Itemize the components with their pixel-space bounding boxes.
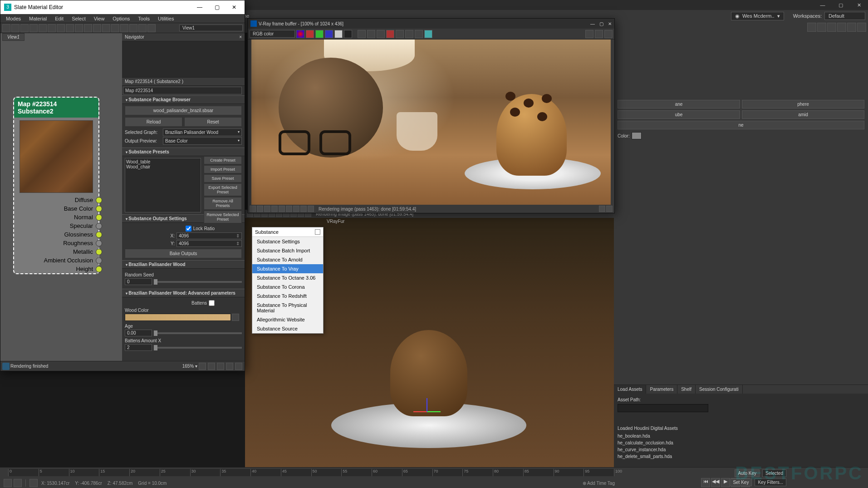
age-slider[interactable]: [154, 332, 242, 334]
view-select[interactable]: View1: [179, 25, 243, 31]
hda-item[interactable]: he_delete_small_parts.hda: [618, 453, 864, 460]
vfb-status-icon[interactable]: [308, 206, 314, 212]
section-package-browser[interactable]: Substance Package Browser: [122, 95, 245, 104]
tool-icon[interactable]: [29, 24, 38, 32]
ctx-substance-batch-import[interactable]: Substance Batch Import: [252, 246, 323, 255]
slate-menu-utilities[interactable]: Utilities: [154, 15, 177, 22]
vfb-status-icon[interactable]: [264, 206, 270, 212]
navigator[interactable]: [122, 41, 245, 78]
clear-icon[interactable]: [377, 30, 385, 38]
tool-icon[interactable]: [93, 24, 101, 32]
alpha-icon[interactable]: [334, 30, 343, 38]
reset-button[interactable]: Reset: [184, 117, 242, 127]
zoom-icon[interactable]: [199, 363, 206, 370]
slate-menu-options[interactable]: Options: [109, 15, 133, 22]
houdini-tab-shelf[interactable]: Shelf: [677, 385, 696, 394]
tool-icon[interactable]: [39, 24, 47, 32]
minimize-icon[interactable]: —: [590, 21, 595, 26]
ctx-substance-source[interactable]: Substance Source: [252, 324, 323, 333]
vfb-status-icon[interactable]: [293, 206, 299, 212]
tool-icon[interactable]: [111, 24, 119, 32]
save-all-icon[interactable]: [367, 30, 375, 38]
reload-button[interactable]: Reload: [125, 117, 182, 127]
object-color-swatch[interactable]: [632, 132, 642, 139]
x-res-dropdown[interactable]: 4096: [177, 232, 242, 239]
tool-icon[interactable]: [129, 24, 137, 32]
node-output-height[interactable]: Height: [14, 265, 98, 273]
node-output-glossiness[interactable]: Glossiness: [14, 230, 98, 239]
houdini-tab-load-assets[interactable]: Load Assets: [614, 385, 646, 394]
channel-select[interactable]: RGB color: [250, 30, 295, 38]
remove-all-presets-button[interactable]: Remove All Presets: [204, 197, 242, 210]
remove-selected-preset-button[interactable]: Remove Selected Preset: [204, 211, 242, 223]
maxscript-icon[interactable]: [4, 479, 12, 487]
lock-ratio-checkbox[interactable]: [186, 226, 191, 232]
tool-icon[interactable]: [837, 23, 846, 32]
wood-color-map-button[interactable]: [232, 314, 239, 321]
slate-titlebar[interactable]: 3 Slate Material Editor — ▢ ✕: [0, 0, 245, 14]
vfb-status-icon[interactable]: [300, 206, 307, 212]
layout-icon[interactable]: [226, 363, 233, 370]
sel-lock-icon[interactable]: [29, 479, 38, 487]
node-output-base-color[interactable]: Base Color: [14, 204, 98, 213]
node-output-diffuse[interactable]: Diffuse: [14, 196, 98, 204]
tool-icon[interactable]: [817, 23, 826, 32]
save-preset-button[interactable]: Save Preset: [204, 174, 242, 182]
slate-menu-edit[interactable]: Edit: [51, 15, 67, 22]
play-icon[interactable]: ▶: [721, 478, 730, 487]
tool-icon[interactable]: [827, 23, 836, 32]
node-output-ambient-occlusion[interactable]: Ambient Occlusion: [14, 256, 98, 265]
tool-icon[interactable]: [48, 24, 56, 32]
battens-x-spinner[interactable]: 2: [125, 344, 152, 351]
vfb-settings-icon[interactable]: [424, 30, 432, 38]
ctx-substance-to-redshift[interactable]: Substance To Redshift: [252, 291, 323, 301]
zoom-level[interactable]: 165% ▾: [182, 364, 197, 369]
tool-icon[interactable]: [102, 24, 110, 32]
lens-icon[interactable]: [604, 30, 613, 38]
tool-icon[interactable]: [847, 23, 856, 32]
geom-button[interactable]: ube: [618, 110, 740, 119]
blue-channel-icon[interactable]: [325, 30, 333, 38]
maximize-icon[interactable]: ▢: [210, 4, 224, 10]
track-mouse-icon[interactable]: [405, 30, 413, 38]
add-time-tag[interactable]: Add Time Tag: [587, 481, 615, 486]
link-icon[interactable]: [415, 30, 423, 38]
history-icon[interactable]: [595, 30, 603, 38]
ctx-allegorithmic-website[interactable]: Allegorithmic Website: [252, 315, 323, 324]
geom-button[interactable]: phere: [742, 100, 864, 108]
pin-icon[interactable]: [315, 229, 320, 235]
stop-icon[interactable]: [386, 30, 394, 38]
layout-icon[interactable]: [235, 363, 242, 370]
save-icon[interactable]: [358, 30, 366, 38]
tool-icon[interactable]: [66, 24, 74, 32]
tool-icon[interactable]: [857, 23, 866, 32]
random-seed-slider[interactable]: [154, 281, 242, 283]
prev-frame-icon[interactable]: ◀◀: [711, 478, 720, 487]
selected-graph-dropdown[interactable]: Brazilian Palisander Wood: [163, 128, 242, 136]
slate-menu-select[interactable]: Select: [68, 15, 89, 22]
tool-icon[interactable]: [84, 24, 92, 32]
maximize-button[interactable]: ▢: [832, 0, 850, 10]
sbsar-file-button[interactable]: wood_palisander_brazil.sbsar: [125, 106, 242, 115]
vfb-titlebar[interactable]: V-Ray frame buffer - [100% of 1024 x 436…: [248, 19, 614, 29]
geom-button[interactable]: amid: [742, 110, 864, 119]
slate-menu-modes[interactable]: Modes: [2, 15, 25, 22]
section-advanced[interactable]: Brazilian Palisander Wood: Advanced para…: [122, 289, 245, 297]
preset-item[interactable]: Wood_chair: [126, 164, 200, 169]
ctx-substance-to-physical-material[interactable]: Substance To Physical Material: [252, 301, 323, 315]
vfb-status-icon[interactable]: [250, 206, 256, 212]
close-button[interactable]: ✕: [850, 0, 868, 10]
section-presets[interactable]: Substance Presets: [122, 148, 245, 156]
transform-gizmo[interactable]: [427, 398, 454, 425]
tool-icon[interactable]: [75, 24, 83, 32]
geom-button[interactable]: ane: [618, 100, 740, 108]
wood-color-swatch[interactable]: [125, 314, 231, 321]
render-image[interactable]: [251, 39, 611, 205]
node-output-specular[interactable]: Specular: [14, 222, 98, 230]
region-icon[interactable]: [396, 30, 404, 38]
houdini-tab-parameters[interactable]: Parameters: [646, 385, 677, 394]
rgb-icon[interactable]: [296, 30, 304, 38]
vfb-icon[interactable]: [606, 206, 613, 212]
battens-checkbox[interactable]: [209, 300, 215, 306]
age-spinner[interactable]: 0.00: [125, 330, 152, 336]
